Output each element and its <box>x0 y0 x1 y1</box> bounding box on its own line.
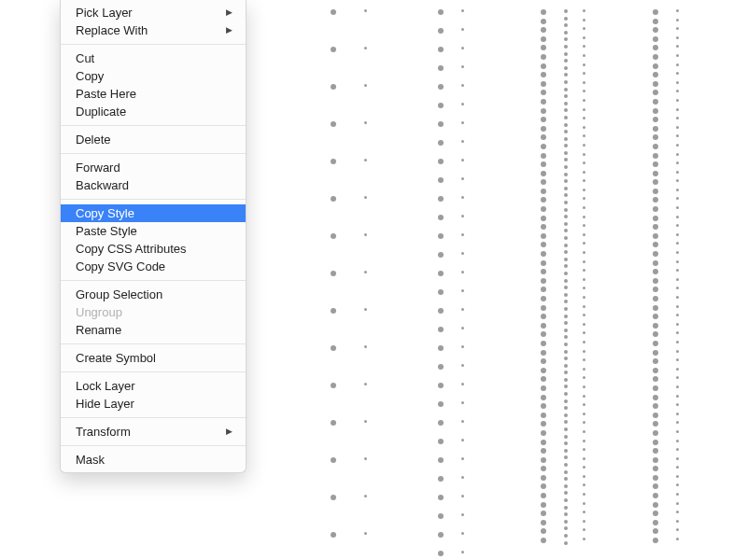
dot <box>564 88 568 91</box>
dot <box>583 269 585 272</box>
dot <box>653 385 658 391</box>
dot <box>541 108 546 114</box>
menu-item-create-symbol[interactable]: Create Symbol <box>61 349 246 367</box>
dot <box>364 532 367 535</box>
dot <box>564 31 568 35</box>
dot <box>676 153 679 156</box>
menu-item-transform[interactable]: Transform▶ <box>61 423 246 441</box>
dot <box>438 121 444 127</box>
dot <box>564 179 568 183</box>
dot <box>653 287 658 292</box>
dot <box>653 520 658 525</box>
dot <box>676 430 679 433</box>
dot <box>676 368 679 371</box>
dot <box>541 350 546 356</box>
menu-item-label: Copy <box>76 67 104 85</box>
dot <box>541 206 546 212</box>
dot <box>364 383 367 385</box>
menu-item-pick-layer[interactable]: Pick Layer▶ <box>61 4 246 21</box>
dot <box>541 457 546 463</box>
menu-item-label: Copy CSS Attributes <box>76 240 187 258</box>
dot <box>676 36 679 39</box>
dot <box>461 252 464 255</box>
dot <box>583 260 585 263</box>
dot <box>541 413 546 418</box>
dot <box>364 196 367 199</box>
dot <box>653 511 658 516</box>
dot <box>438 345 444 351</box>
dot <box>364 420 367 423</box>
dot <box>653 90 658 95</box>
dot <box>541 368 546 373</box>
dot-column <box>438 9 444 551</box>
dot <box>541 511 546 516</box>
dot <box>541 54 546 60</box>
menu-item-duplicate[interactable]: Duplicate <box>61 103 246 120</box>
dot <box>653 296 658 301</box>
dot <box>676 189 679 191</box>
menu-item-copy-css-attributes[interactable]: Copy CSS Attributes <box>61 240 246 258</box>
menu-item-paste-here[interactable]: Paste Here <box>61 85 246 103</box>
dot <box>653 376 658 382</box>
menu-item-backward[interactable]: Backward <box>61 176 246 194</box>
menu-item-copy[interactable]: Copy <box>61 67 246 85</box>
dot <box>583 90 585 92</box>
menu-item-rename[interactable]: Rename <box>61 321 246 339</box>
dot <box>676 395 679 398</box>
dot <box>676 9 679 12</box>
dot <box>541 233 546 239</box>
dot <box>653 117 658 122</box>
dot <box>583 224 585 227</box>
menu-item-paste-style[interactable]: Paste Style <box>61 222 246 240</box>
menu-item-cut[interactable]: Cut <box>61 49 246 67</box>
dot <box>541 287 546 292</box>
dot <box>541 224 546 230</box>
menu-item-copy-svg-code[interactable]: Copy SVG Code <box>61 258 246 275</box>
dot <box>676 493 679 496</box>
dot <box>653 19 658 24</box>
dot <box>564 151 568 155</box>
dot <box>583 197 585 200</box>
dot <box>653 448 658 454</box>
dot <box>331 159 336 164</box>
menu-item-lock-layer[interactable]: Lock Layer <box>61 377 246 395</box>
dot <box>564 427 568 431</box>
dot <box>564 343 568 346</box>
dot <box>461 289 464 292</box>
dot <box>364 271 367 273</box>
menu-item-delete[interactable]: Delete <box>61 131 246 148</box>
dot <box>564 506 568 510</box>
menu-item-group-selection[interactable]: Group Selection <box>61 286 246 303</box>
dot <box>583 385 585 388</box>
dot <box>676 242 679 245</box>
dot <box>438 9 444 15</box>
dot <box>653 126 658 132</box>
dot <box>564 208 568 212</box>
dot <box>676 134 679 137</box>
menu-item-label: Lock Layer <box>76 377 135 395</box>
menu-item-hide-layer[interactable]: Hide Layer <box>61 395 246 413</box>
dot <box>364 233 367 236</box>
dot <box>541 72 546 77</box>
menu-item-label: Copy SVG Code <box>76 258 165 275</box>
dot <box>461 121 464 124</box>
dot <box>676 483 679 486</box>
dot <box>541 314 546 319</box>
dot <box>653 179 658 185</box>
dot <box>653 475 658 481</box>
dot <box>653 108 658 114</box>
dot <box>461 84 464 87</box>
menu-item-replace-with[interactable]: Replace With▶ <box>61 21 246 39</box>
dot <box>676 260 679 263</box>
menu-item-mask[interactable]: Mask <box>61 451 246 469</box>
dot <box>564 293 568 297</box>
dot <box>653 323 658 329</box>
dot <box>583 233 585 236</box>
dot <box>564 45 568 49</box>
dot <box>653 341 658 346</box>
dot <box>653 403 658 409</box>
dot <box>653 171 658 176</box>
menu-item-copy-style[interactable]: Copy Style <box>61 204 246 222</box>
menu-item-forward[interactable]: Forward <box>61 159 246 176</box>
dot <box>541 90 546 95</box>
